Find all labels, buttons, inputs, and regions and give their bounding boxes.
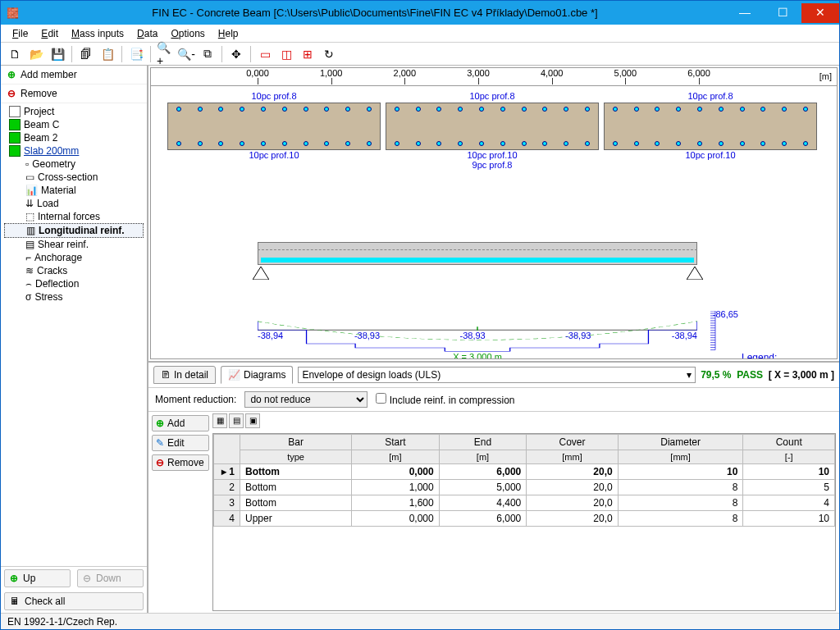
tree-anchorage[interactable]: ⌐ Anchorage <box>4 251 144 264</box>
cross-section-1 <box>167 103 381 150</box>
sidebar: ⊕Add member ⊖Remove Project Beam C Beam … <box>1 66 148 613</box>
x-marker-label: X = 3,000 m <box>453 352 502 359</box>
tree-stress[interactable]: σ Stress <box>4 290 144 304</box>
menu-help[interactable]: Help <box>212 26 245 41</box>
zoom-in-icon[interactable]: 🔍+ <box>156 45 174 63</box>
drawing-canvas[interactable]: [m] 0,0001,0002,0003,0004,0005,0006,000 … <box>150 67 838 359</box>
tree-cross-section[interactable]: ▭ Cross-section <box>4 171 144 184</box>
tree-project[interactable]: Project <box>4 105 144 118</box>
toolbar: 🗋 📂 💾 🗐 📋 📑 🔍+ 🔍- ⧉ ✥ ▭ ◫ ⊞ ↻ <box>1 43 839 66</box>
grid-tool-2-icon[interactable]: ▤ <box>229 413 244 428</box>
copy-icon[interactable]: 🗐 <box>77 45 95 63</box>
close-button[interactable]: ✕ <box>801 3 839 23</box>
zoom-out-icon[interactable]: 🔍- <box>177 45 195 63</box>
grid-add-button[interactable]: ⊕Add <box>152 415 209 431</box>
new-icon[interactable]: 🗋 <box>6 45 24 63</box>
table-row[interactable]: 4Upper0,0006,00020,0810 <box>214 510 835 526</box>
grid-tool-3-icon[interactable]: ▣ <box>245 413 260 428</box>
grid-tool-1-icon[interactable]: ▦ <box>212 413 227 428</box>
load-envelope-select[interactable]: Envelope of design loads (ULS)▾ <box>298 367 696 383</box>
table-row[interactable]: 1Bottom0,0006,00020,01010 <box>214 463 835 479</box>
tree-beam-2[interactable]: Beam 2 <box>4 131 144 144</box>
project-tree: Project Beam C Beam 2 Slab 200mm ▫ Geome… <box>1 103 147 566</box>
tree-geometry[interactable]: ▫ Geometry <box>4 158 144 171</box>
pan-icon[interactable]: ✥ <box>227 45 245 63</box>
tree-slab[interactable]: Slab 200mm <box>4 144 144 158</box>
menu-data[interactable]: Data <box>130 26 164 41</box>
tree-deflection[interactable]: ⌢ Deflection <box>4 277 144 290</box>
table-row[interactable]: 2Bottom1,0005,00020,085 <box>214 479 835 495</box>
cross-section-2 <box>386 103 599 150</box>
tab-in-detail[interactable]: 🖹 In detail <box>153 366 216 384</box>
save-icon[interactable]: 💾 <box>48 45 66 63</box>
menu-mass-inputs[interactable]: Mass inputs <box>65 26 130 41</box>
add-member-button[interactable]: ⊕Add member <box>1 66 147 84</box>
tree-beam-c[interactable]: Beam C <box>4 118 144 131</box>
ruler-unit: [m] <box>819 71 832 81</box>
menu-edit[interactable]: Edit <box>34 26 65 41</box>
menu-options[interactable]: Options <box>164 26 211 41</box>
moment-reduction-select[interactable]: do not reduce <box>244 391 368 408</box>
paste-icon[interactable]: 📋 <box>98 45 116 63</box>
grid-remove-button[interactable]: ⊖Remove <box>152 454 209 471</box>
up-button[interactable]: ⊕Up <box>4 569 71 587</box>
beam-elevation <box>258 242 697 265</box>
support-left-icon <box>253 267 269 280</box>
clipboard-icon[interactable]: 📑 <box>127 45 145 63</box>
app-icon: 🧱 <box>1 7 24 19</box>
titlebar: 🧱 FIN EC - Concrete Beam [C:\Users\Publi… <box>1 1 839 25</box>
table-row[interactable]: 3Bottom1,6004,40020,084 <box>214 495 835 510</box>
diagram-legend: Legend: – – – M_Ed [kNm] ——— M_Rd [kNm] <box>742 352 829 359</box>
minimize-button[interactable]: — <box>726 3 764 23</box>
moment-diagram: X = 3,000 m -38,94 -38,93 -38,93 -38,93 … <box>258 311 697 354</box>
select-rect-icon[interactable]: ▭ <box>256 45 274 63</box>
grid-edit-button[interactable]: ✎Edit <box>152 435 209 451</box>
tab-diagrams[interactable]: 📈 Diagrams <box>221 366 293 384</box>
ruler: [m] 0,0001,0002,0003,0004,0005,0006,000 <box>151 68 837 86</box>
down-button[interactable]: ⊖Down <box>77 569 144 587</box>
remove-member-button[interactable]: ⊖Remove <box>1 84 147 103</box>
svg-marker-0 <box>253 267 269 280</box>
support-right-icon <box>687 267 703 280</box>
tree-longitudinal-reinf[interactable]: ▥ Longitudinal reinf. <box>4 223 144 238</box>
tree-cracks[interactable]: ≋ Cracks <box>4 264 144 277</box>
result-status: 79,5 % PASS [ X = 3,000 m ] <box>701 369 834 381</box>
status-bar: EN 1992-1-1/Czech Rep. <box>1 613 839 629</box>
select-cross-icon[interactable]: ⊞ <box>299 45 317 63</box>
check-all-button[interactable]: 🖩 Check all <box>4 592 144 610</box>
select-dashed-icon[interactable]: ◫ <box>277 45 295 63</box>
include-reinf-checkbox[interactable]: Include reinf. in compression <box>376 393 514 406</box>
moment-reduction-label: Moment reduction: <box>155 394 236 405</box>
tree-load[interactable]: ⇊ Load <box>4 197 144 210</box>
tree-shear-reinf[interactable]: ▤ Shear reinf. <box>4 238 144 251</box>
tree-internal-forces[interactable]: ⬚ Internal forces <box>4 210 144 223</box>
menu-file[interactable]: File <box>6 26 34 41</box>
window-title: FIN EC - Concrete Beam [C:\Users\Public\… <box>24 7 726 19</box>
refresh-icon[interactable]: ↻ <box>320 45 338 63</box>
svg-marker-1 <box>687 267 703 280</box>
maximize-button[interactable]: ☐ <box>764 3 801 23</box>
chevron-down-icon: ▾ <box>687 369 692 381</box>
zoom-window-icon[interactable]: ⧉ <box>199 45 217 63</box>
cross-section-3 <box>604 103 817 150</box>
grid-toolbar: ▦ ▤ ▣ <box>212 412 839 431</box>
tree-material[interactable]: 📊 Material <box>4 184 144 197</box>
reinforcement-table[interactable]: BarStartEndCoverDiameterCount type[m][m]… <box>213 434 835 527</box>
open-icon[interactable]: 📂 <box>27 45 45 63</box>
menubar: File Edit Mass inputs Data Options Help <box>1 25 839 43</box>
